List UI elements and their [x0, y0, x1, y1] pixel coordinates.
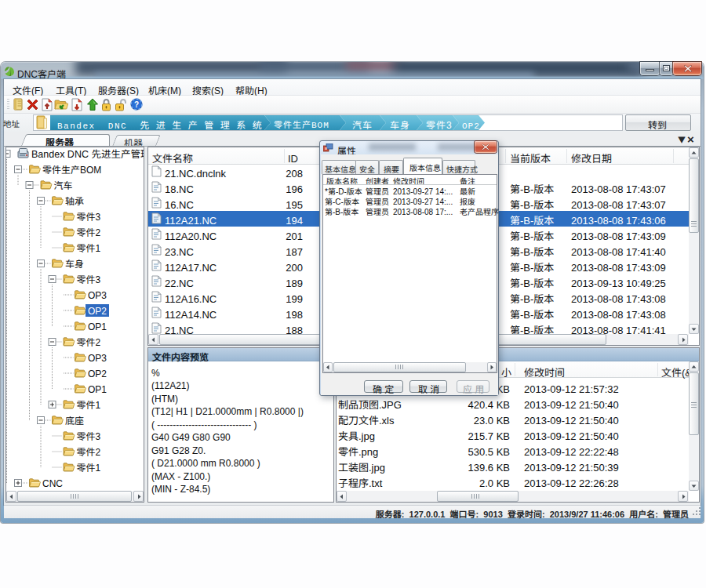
svg-text:?: ?: [134, 100, 139, 109]
